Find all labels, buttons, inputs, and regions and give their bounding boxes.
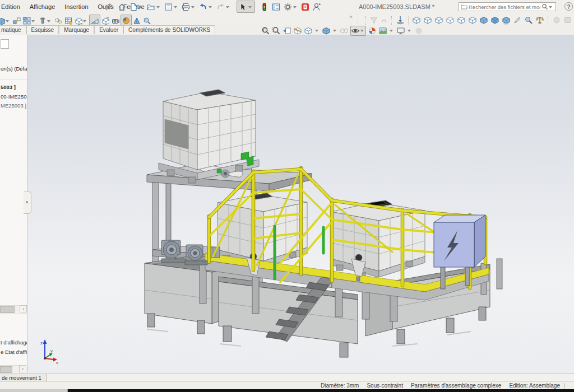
collapse-ribbon-button[interactable]: ^	[345, 15, 357, 24]
view-orientation-caret[interactable]	[315, 30, 318, 32]
gears-tool-icon[interactable]	[53, 15, 63, 26]
zoom-sphere-button[interactable]	[523, 15, 534, 26]
view-settings-monitor-icon[interactable]	[396, 26, 405, 35]
update-standard-views-button[interactable]	[395, 15, 406, 26]
menu-affichage[interactable]: Affichage	[30, 3, 55, 10]
display-shadow-button[interactable]	[501, 15, 512, 26]
undo-caret[interactable]	[209, 6, 212, 8]
tree-hscrollbar[interactable]	[0, 305, 20, 312]
select-cursor-caret[interactable]	[248, 6, 252, 8]
zoom-to-fit-icon[interactable]	[261, 26, 270, 35]
orientation-triad[interactable]: z y x	[34, 337, 61, 365]
toolbar-separator	[391, 16, 392, 25]
display-iso-button[interactable]	[467, 15, 478, 26]
tree-item-assembly-root[interactable]: 5003 ]	[1, 84, 16, 90]
pane-splitter[interactable]	[0, 314, 27, 314]
visibility-eye-button[interactable]	[350, 26, 366, 36]
select-cursor-button[interactable]	[237, 1, 255, 13]
tree-item-component-1[interactable]: 00-IME2500	[1, 94, 27, 100]
tree-filter-box[interactable]	[1, 39, 9, 49]
save-button[interactable]	[163, 1, 180, 12]
mate-button[interactable]	[12, 15, 22, 26]
3d-viewport[interactable]: z y x	[27, 35, 574, 373]
tree-item-component-2[interactable]: ME25003 ]	[1, 102, 26, 109]
bill-of-materials-button[interactable]	[63, 15, 73, 26]
tab-complements-solidworks[interactable]: Compléments de SOLIDWORKS	[123, 25, 215, 34]
rebuild-button[interactable]	[258, 1, 270, 12]
component-pattern-button[interactable]	[22, 15, 38, 26]
zoom-to-area-icon[interactable]	[272, 26, 281, 35]
motion-study-tab[interactable]: de mouvement 1	[0, 374, 47, 382]
panel-collapse-handle[interactable]	[24, 192, 31, 214]
menu-edition[interactable]: Edition	[1, 3, 20, 10]
tab-marquage[interactable]: Marquage	[59, 25, 94, 34]
options-gear-button[interactable]	[282, 1, 299, 12]
smart-fasteners-button[interactable]	[38, 15, 53, 26]
edit-appearance-icon[interactable]	[368, 26, 377, 35]
search-input[interactable]	[467, 3, 541, 11]
new-document-button[interactable]	[128, 1, 145, 12]
task-list-button[interactable]	[270, 1, 282, 12]
assembly-features-button[interactable]	[100, 15, 110, 26]
undo-button[interactable]	[197, 1, 215, 12]
tab-esquisse[interactable]: Esquisse	[26, 25, 59, 34]
tree-item-configurations[interactable]: on(s) (Défau	[1, 66, 27, 72]
previous-view-icon[interactable]	[283, 26, 291, 35]
heads-up-toolbar	[261, 26, 423, 35]
display-hidden-lines-visible-button[interactable]	[422, 15, 433, 26]
filter-ghost-icon[interactable]	[369, 15, 379, 26]
hide-show-items-icon[interactable]	[340, 26, 349, 35]
toolbar-separator	[408, 16, 409, 25]
view-orientation-icon[interactable]	[304, 26, 313, 35]
eraser-pen-button[interactable]	[512, 15, 523, 26]
ghost-tool-icon[interactable]	[379, 15, 389, 26]
visibility-eye-caret[interactable]	[360, 30, 364, 32]
print-caret[interactable]	[191, 6, 195, 8]
display-outline-button[interactable]	[445, 15, 456, 26]
view-settings-caret[interactable]	[408, 30, 411, 32]
tree-hscroll-right-button[interactable]: ›	[20, 305, 27, 312]
apply-scene-caret[interactable]	[390, 30, 393, 32]
move-component-button[interactable]	[73, 15, 89, 26]
home-button[interactable]	[116, 1, 128, 12]
display-shaded-edges-button[interactable]	[478, 15, 489, 26]
triad-tool-button[interactable]	[132, 15, 142, 26]
display-style-caret[interactable]	[333, 30, 336, 32]
display-draft-button[interactable]	[456, 15, 467, 26]
open-caret[interactable]	[156, 6, 160, 8]
appearance-disabled-icon	[551, 15, 562, 26]
display-hidden-lines-removed-button[interactable]	[433, 15, 445, 26]
search-caret[interactable]	[549, 6, 552, 8]
display-style-icon[interactable]	[322, 26, 331, 35]
help-icon[interactable]: ?	[564, 2, 573, 11]
walkthrough-camera-button[interactable]	[110, 15, 121, 26]
pin-menu-icon[interactable]	[105, 3, 113, 11]
display-wireframe-button[interactable]	[411, 15, 422, 26]
tab-evaluer[interactable]: Evaluer	[94, 25, 123, 34]
display-pane-hscrollbar[interactable]	[0, 365, 19, 372]
options-gear-caret[interactable]	[293, 6, 297, 8]
new-document-caret[interactable]	[139, 6, 142, 8]
assembly-model[interactable]	[27, 35, 574, 373]
triad-x-label: x	[56, 360, 58, 365]
mass-properties-button[interactable]	[534, 15, 545, 26]
display-state-item-1[interactable]: t d'affichage	[1, 339, 27, 346]
print-button[interactable]	[180, 1, 197, 12]
redo-button[interactable]	[215, 1, 232, 12]
display-pane-hscroll-right-button[interactable]: ›	[19, 365, 26, 372]
user-profile-button[interactable]	[311, 1, 323, 12]
section-view-icon[interactable]	[293, 26, 302, 35]
insert-component-button[interactable]	[0, 15, 12, 26]
search-magnifier-icon[interactable]	[541, 3, 548, 10]
open-button[interactable]	[145, 1, 163, 12]
tab-matique[interactable]: matique	[0, 25, 26, 34]
ibc-tote-left[interactable]	[217, 193, 307, 268]
magnifier-ball-button[interactable]	[142, 15, 152, 26]
menu-insertion[interactable]: Insertion	[64, 3, 88, 10]
apply-scene-icon[interactable]	[378, 26, 387, 35]
display-shaded-button[interactable]	[489, 15, 501, 26]
resources-badge-button[interactable]	[299, 1, 311, 12]
redo-caret[interactable]	[226, 6, 229, 8]
save-caret[interactable]	[174, 6, 177, 8]
display-state-item-2[interactable]: e Etat d'affic	[1, 349, 27, 355]
